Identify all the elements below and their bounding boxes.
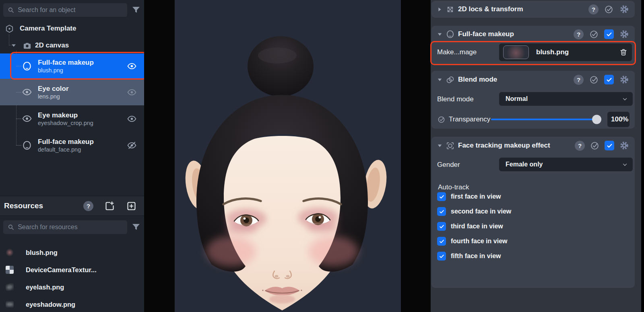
gender-dropdown[interactable]: Female only xyxy=(499,158,633,171)
layer-row-full-face-makeup-default[interactable]: Full-face makeup default_face.png xyxy=(0,132,144,159)
object-search-box[interactable] xyxy=(3,3,127,17)
layer-row-eye-color[interactable]: Eye color lens.png xyxy=(0,79,144,105)
resource-filter-icon[interactable] xyxy=(131,222,141,232)
tree-connector xyxy=(16,92,21,92)
layer-title: Full-face makeup xyxy=(38,138,127,146)
trash-icon[interactable] xyxy=(619,48,628,57)
transparency-value[interactable]: 100% xyxy=(607,112,630,127)
chevron-down-icon xyxy=(622,96,628,102)
checkbox-label: third face in view xyxy=(451,223,503,230)
resource-thumbnail xyxy=(6,300,14,308)
reset-icon[interactable] xyxy=(437,115,446,124)
section-enabled-checkbox[interactable] xyxy=(604,75,614,84)
section-face-tracking: Face tracking makeup effect ? Gender Fem… xyxy=(431,137,635,288)
help-icon[interactable]: ? xyxy=(575,141,585,151)
gear-icon[interactable] xyxy=(619,29,630,39)
tree-connector xyxy=(16,145,21,146)
layer-title: Eye color xyxy=(38,84,127,93)
resource-search-input[interactable] xyxy=(18,224,123,231)
auto-track-checkbox[interactable] xyxy=(437,252,446,261)
checkbox-row-fourth-face: fourth face in view xyxy=(437,237,507,246)
layer-row-full-face-makeup[interactable]: Full-face makeup blush.png xyxy=(0,53,144,79)
makeup-image-thumbnail[interactable] xyxy=(503,45,529,59)
caret-down-icon[interactable] xyxy=(437,143,443,149)
tree-item-camera-template[interactable]: Camera Template xyxy=(5,22,76,35)
resource-item-device-camera-texture[interactable]: DeviceCameraTextur... xyxy=(0,263,144,277)
help-icon[interactable]: ? xyxy=(83,201,93,211)
blend-mode-label: Blend mode xyxy=(437,95,474,103)
object-search-bar xyxy=(3,3,141,17)
resources-title: Resources xyxy=(4,201,43,210)
resources-header: Resources ? xyxy=(0,196,144,216)
auto-track-checkbox[interactable] xyxy=(437,237,446,246)
makeup-image-field[interactable]: blush.png xyxy=(499,43,632,61)
help-icon[interactable]: ? xyxy=(574,75,584,85)
checkbox-label: fourth face in view xyxy=(451,238,507,245)
inspector-panel: 2D locs & transform ? Full-face makeup ? xyxy=(431,0,641,312)
makeup-image-filename: blush.png xyxy=(536,48,569,56)
layer-subtitle: eyeshadow_crop.png xyxy=(38,119,127,127)
blend-mode-dropdown[interactable]: Normal xyxy=(499,92,633,106)
section-enabled-checkbox[interactable] xyxy=(604,29,614,39)
section-title: Full-face makeup xyxy=(458,30,514,38)
auto-track-checkbox[interactable] xyxy=(437,207,446,216)
resource-item-blush[interactable]: blush.png xyxy=(0,246,144,259)
gear-icon[interactable] xyxy=(619,74,630,85)
object-filter-icon[interactable] xyxy=(131,5,141,15)
preview-letterbox-left xyxy=(144,0,175,312)
effect-editor-window: Camera Template 2D canvas Full-face make… xyxy=(0,0,644,312)
resource-item-eyelash[interactable]: eyelash.png xyxy=(0,280,144,294)
blend-icon xyxy=(446,75,455,84)
reset-icon[interactable] xyxy=(589,75,599,85)
auto-track-checkbox[interactable] xyxy=(437,192,446,201)
window-edge xyxy=(641,0,644,312)
transparency-label: Transparency xyxy=(449,115,490,123)
auto-track-checkbox[interactable] xyxy=(437,222,446,231)
gender-value: Female only xyxy=(506,161,543,168)
resource-search-bar xyxy=(3,220,141,234)
help-icon[interactable]: ? xyxy=(588,4,599,14)
visibility-eye-icon[interactable] xyxy=(127,114,137,124)
tree-connector xyxy=(16,66,21,66)
makeup-image-label: Make...mage xyxy=(437,48,477,56)
reset-icon[interactable] xyxy=(589,29,599,39)
caret-down-icon[interactable] xyxy=(437,77,443,83)
section-title: 2D locs & transform xyxy=(458,5,523,13)
transparency-slider-thumb[interactable] xyxy=(592,115,601,124)
gear-icon[interactable] xyxy=(619,140,630,151)
add-resource-icon[interactable] xyxy=(126,201,137,211)
object-search-input[interactable] xyxy=(18,6,123,14)
reset-icon[interactable] xyxy=(604,4,614,14)
caret-right-icon[interactable] xyxy=(437,6,443,12)
face-icon xyxy=(22,61,32,72)
help-icon[interactable]: ? xyxy=(574,29,584,39)
caret-down-icon[interactable] xyxy=(10,42,17,49)
visibility-eye-icon[interactable] xyxy=(127,87,137,97)
layer-title: Eye makeup xyxy=(38,111,127,119)
chevron-down-icon xyxy=(622,162,628,168)
reset-icon[interactable] xyxy=(590,141,600,151)
tree-connector xyxy=(9,35,9,45)
layer-text: Full-face makeup default_face.png xyxy=(38,138,127,153)
resource-thumbnail xyxy=(6,266,14,274)
checkbox-label: first face in view xyxy=(451,193,501,200)
section-enabled-checkbox[interactable] xyxy=(605,141,614,150)
tree-item-2d-canvas[interactable]: 2D canvas xyxy=(10,39,69,52)
resource-item-eyeshadow[interactable]: eyeshadow.png xyxy=(0,298,144,311)
caret-down-icon[interactable] xyxy=(437,31,443,37)
tree-item-label: 2D canvas xyxy=(35,41,69,49)
resource-search-box[interactable] xyxy=(3,220,127,234)
add-folder-icon[interactable] xyxy=(104,201,115,211)
resource-label: DeviceCameraTextur... xyxy=(26,266,97,274)
visibility-off-icon[interactable] xyxy=(127,140,137,150)
visibility-eye-icon[interactable] xyxy=(127,61,137,71)
transparency-slider[interactable] xyxy=(491,119,601,120)
face-icon xyxy=(22,140,32,151)
layer-row-eye-makeup[interactable]: Eye makeup eyeshadow_crop.png xyxy=(0,105,144,132)
face-tracking-icon xyxy=(446,141,455,150)
resource-label: blush.png xyxy=(26,249,58,257)
hexagon-icon xyxy=(5,24,14,33)
face-icon xyxy=(446,30,455,39)
layer-text: Eye color lens.png xyxy=(38,84,127,100)
gear-icon[interactable] xyxy=(619,4,630,14)
